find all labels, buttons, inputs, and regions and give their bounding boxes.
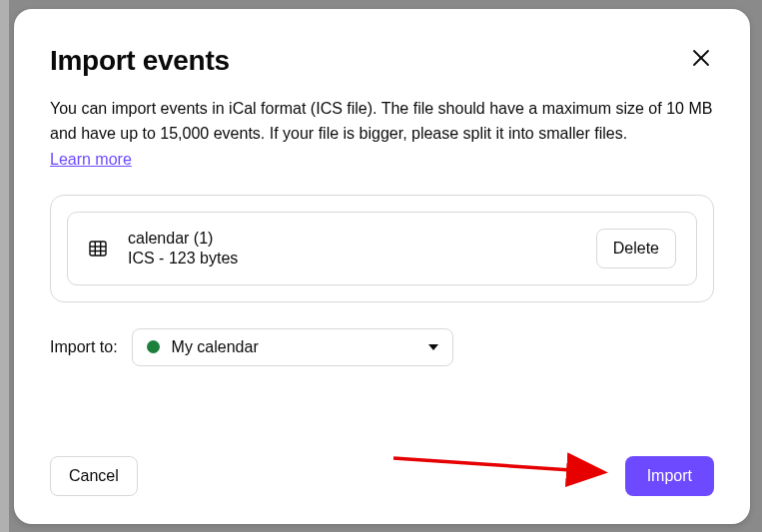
chevron-down-icon	[428, 344, 438, 350]
calendar-select[interactable]: My calendar	[132, 328, 453, 366]
modal-footer: Cancel Import	[50, 456, 714, 496]
svg-rect-2	[90, 242, 106, 256]
modal-description: You can import events in iCal format (IC…	[50, 97, 714, 147]
file-name: calendar (1)	[128, 230, 576, 248]
import-button[interactable]: Import	[625, 456, 714, 496]
file-info: calendar (1) ICS - 123 bytes	[128, 230, 576, 267]
learn-more-link[interactable]: Learn more	[50, 151, 714, 169]
modal-title: Import events	[50, 45, 230, 77]
cancel-button[interactable]: Cancel	[50, 456, 138, 496]
close-button[interactable]	[688, 45, 714, 74]
close-icon	[692, 49, 710, 70]
file-drop-area: calendar (1) ICS - 123 bytes Delete	[50, 195, 714, 302]
import-events-modal: Import events You can import events in i…	[14, 9, 750, 524]
file-meta: ICS - 123 bytes	[128, 250, 576, 267]
import-to-row: Import to: My calendar	[50, 328, 714, 366]
modal-header: Import events	[50, 45, 714, 77]
calendar-selected-name: My calendar	[172, 338, 416, 356]
import-to-label: Import to:	[50, 338, 118, 356]
calendar-grid-icon	[88, 239, 108, 259]
file-card: calendar (1) ICS - 123 bytes Delete	[67, 212, 697, 285]
delete-file-button[interactable]: Delete	[596, 229, 676, 268]
calendar-color-dot	[147, 340, 160, 353]
